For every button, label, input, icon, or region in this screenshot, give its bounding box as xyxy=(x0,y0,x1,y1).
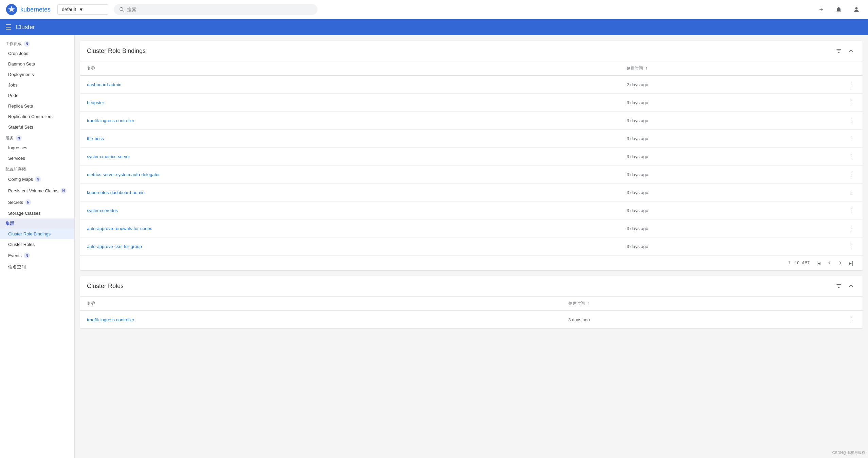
row-more-btn[interactable]: ⋮ xyxy=(846,224,856,233)
row-more-btn[interactable]: ⋮ xyxy=(846,152,856,161)
sidebar-item-deployments[interactable]: Deployments xyxy=(0,69,74,80)
table-row: traefik-ingress-controller 3 days ago ⋮ xyxy=(80,112,863,130)
row-more-btn[interactable]: ⋮ xyxy=(846,242,856,251)
config-title: 配置和存储 xyxy=(5,166,26,172)
sidebar-item-secrets[interactable]: Secrets N xyxy=(0,196,74,208)
user-icon xyxy=(853,6,860,13)
sidebar-item-namespaces[interactable]: 命名空间 xyxy=(0,261,74,273)
row-more-btn[interactable]: ⋮ xyxy=(846,134,856,143)
cr-sort-icon[interactable]: ↑ xyxy=(587,301,589,306)
crb-link[interactable]: dashboard-admin xyxy=(87,82,121,87)
sidebar-item-storage-classes[interactable]: Storage Classes xyxy=(0,208,74,218)
sidebar-item-pods[interactable]: Pods xyxy=(0,90,74,101)
sidebar-item-jobs[interactable]: Jobs xyxy=(0,80,74,90)
search-input[interactable] xyxy=(127,7,312,12)
crb-link[interactable]: traefik-ingress-controller xyxy=(87,118,134,123)
namespace-selector[interactable]: default ▼ xyxy=(57,4,108,15)
crb-link[interactable]: kubernetes-dashboard-admin xyxy=(87,190,145,195)
pvc-badge: N xyxy=(60,188,67,194)
add-button[interactable]: + xyxy=(815,3,827,16)
cr-link[interactable]: traefik-ingress-controller xyxy=(87,317,134,322)
notification-bell[interactable] xyxy=(833,3,845,16)
sidebar-section-workloads: 工作负载 N xyxy=(0,38,74,48)
cr-col-time: 创建时间 ↑ xyxy=(562,297,840,311)
crb-time: 3 days ago xyxy=(620,184,839,202)
last-page-btn[interactable]: ▸| xyxy=(846,258,856,268)
table-row: kubernetes-dashboard-admin 3 days ago ⋮ xyxy=(80,184,863,202)
search-bar[interactable] xyxy=(114,4,318,15)
sidebar-item-daemon-sets[interactable]: Daemon Sets xyxy=(0,59,74,69)
sidebar-item-events[interactable]: Events N xyxy=(0,250,74,261)
top-nav-actions: + xyxy=(815,3,863,16)
table-row: dashboard-admin 2 days ago ⋮ xyxy=(80,76,863,94)
dropdown-icon: ▼ xyxy=(79,7,84,12)
row-more-btn[interactable]: ⋮ xyxy=(846,116,856,125)
sidebar-item-cluster-roles[interactable]: Cluster Roles xyxy=(0,239,74,250)
row-more-btn[interactable]: ⋮ xyxy=(846,315,856,324)
bell-icon xyxy=(835,6,842,13)
events-badge: N xyxy=(24,252,30,259)
row-more-btn[interactable]: ⋮ xyxy=(846,98,856,107)
crb-time: 3 days ago xyxy=(620,202,839,220)
cluster-roles-card: Cluster Roles xyxy=(80,276,863,328)
row-more-btn[interactable]: ⋮ xyxy=(846,188,856,197)
sidebar-item-pvc[interactable]: Persistent Volume Claims N xyxy=(0,185,74,196)
cluster-roles-collapse-icon[interactable] xyxy=(846,281,856,291)
crb-link[interactable]: system:coredns xyxy=(87,208,118,213)
search-icon xyxy=(119,7,124,12)
crb-link[interactable]: metrics-server:system:auth-delegator xyxy=(87,172,160,177)
crb-time: 3 days ago xyxy=(620,112,839,130)
crb-link[interactable]: heapster xyxy=(87,100,104,105)
logo-area[interactable]: kubernetes xyxy=(5,3,51,16)
sidebar-item-replica-sets[interactable]: Replica Sets xyxy=(0,101,74,111)
section-title: Cluster xyxy=(16,24,35,31)
cr-time: 3 days ago xyxy=(562,311,840,329)
cr-col-name: 名称 xyxy=(80,297,562,311)
hamburger-icon[interactable]: ☰ xyxy=(5,23,12,31)
row-more-btn[interactable]: ⋮ xyxy=(846,206,856,215)
crb-link[interactable]: auto-approve-renewals-for-nodes xyxy=(87,226,152,231)
sidebar-item-cron-jobs[interactable]: Cron Jobs xyxy=(0,48,74,59)
crb-link[interactable]: auto-approve-csrs-for-group xyxy=(87,244,142,249)
table-row: traefik-ingress-controller 3 days ago ⋮ xyxy=(80,311,863,329)
col-created-time: 创建时间 ↑ xyxy=(620,61,839,76)
filter-icon[interactable] xyxy=(834,46,844,56)
table-row: the-boss 3 days ago ⋮ xyxy=(80,130,863,148)
table-row: heapster 3 days ago ⋮ xyxy=(80,94,863,112)
collapse-icon[interactable] xyxy=(846,46,856,56)
user-avatar[interactable] xyxy=(850,3,863,16)
pagination: 1 – 10 of 57 |◂ ▸| xyxy=(80,255,863,270)
cluster-roles-table: 名称 创建时间 ↑ traefik-ingress-controller 3 d… xyxy=(80,297,863,328)
svg-line-2 xyxy=(123,10,124,12)
kubernetes-logo xyxy=(5,3,18,16)
sidebar-item-stateful-sets[interactable]: Stateful Sets xyxy=(0,122,74,132)
next-page-btn[interactable] xyxy=(835,258,845,268)
sidebar-item-ingresses[interactable]: Ingresses xyxy=(0,142,74,153)
page-info: 1 – 10 of 57 xyxy=(788,261,810,265)
svg-point-1 xyxy=(120,7,123,11)
crb-time: 2 days ago xyxy=(620,76,839,94)
cluster-role-bindings-card: Cluster Role Bindings xyxy=(80,41,863,270)
sidebar-item-replication-controllers[interactable]: Replication Controllers xyxy=(0,111,74,122)
section-header: ☰ Cluster xyxy=(0,19,868,35)
table-row: system:metrics-server 3 days ago ⋮ xyxy=(80,148,863,166)
sidebar-item-config-maps[interactable]: Config Maps N xyxy=(0,173,74,185)
crb-link[interactable]: system:metrics-server xyxy=(87,154,130,159)
watermark: CSDN@版权与版权 xyxy=(832,450,865,455)
sidebar-section-config: 配置和存储 xyxy=(0,164,74,173)
table-row: auto-approve-renewals-for-nodes 3 days a… xyxy=(80,220,863,237)
top-nav: kubernetes default ▼ + xyxy=(0,0,868,19)
logo-text: kubernetes xyxy=(20,6,51,13)
first-page-btn[interactable]: |◂ xyxy=(814,258,823,268)
cluster-roles-filter-icon[interactable] xyxy=(834,281,844,291)
sort-icon[interactable]: ↑ xyxy=(646,66,648,71)
workloads-badge: N xyxy=(24,41,30,47)
table-row: auto-approve-csrs-for-group 3 days ago ⋮ xyxy=(80,237,863,255)
secrets-badge: N xyxy=(25,199,31,205)
row-more-btn[interactable]: ⋮ xyxy=(846,170,856,179)
crb-link[interactable]: the-boss xyxy=(87,136,104,141)
prev-page-btn[interactable] xyxy=(825,258,834,268)
row-more-btn[interactable]: ⋮ xyxy=(846,80,856,89)
sidebar-item-services[interactable]: Services xyxy=(0,153,74,164)
sidebar-item-cluster-role-bindings[interactable]: Cluster Role Bindings xyxy=(0,229,74,239)
